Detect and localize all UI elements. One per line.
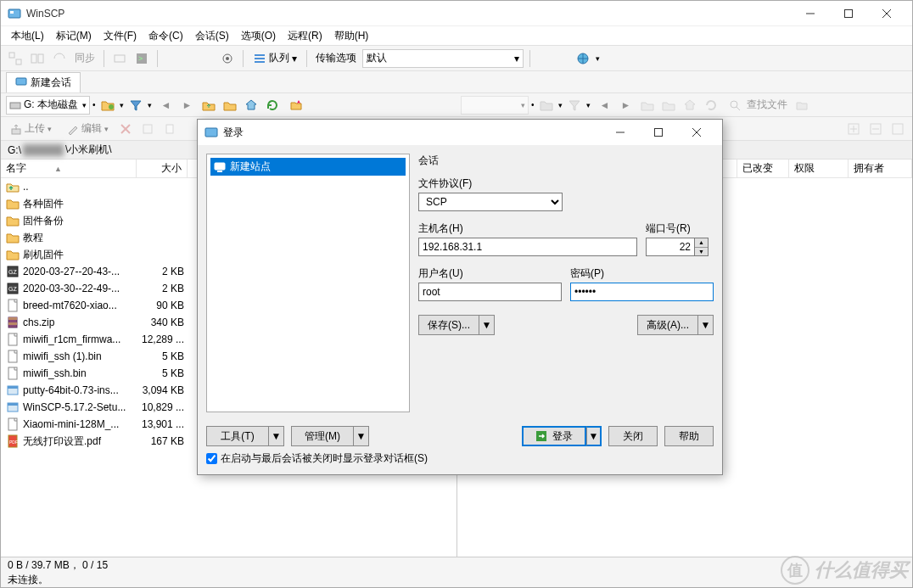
settings-icon[interactable] (218, 49, 237, 68)
menu-remote[interactable]: 远程(R) (283, 27, 328, 45)
pass-input[interactable] (570, 283, 714, 301)
login-button[interactable]: 登录 ▼ (522, 426, 602, 446)
props-icon[interactable] (138, 120, 157, 138)
col-owner-r[interactable]: 拥有者 (849, 160, 912, 177)
menu-help[interactable]: 帮助(H) (329, 27, 374, 45)
status-line1: 0 B / 39.7 MB， 0 / 15 (8, 558, 905, 573)
menu-file[interactable]: 文件(F) (98, 27, 142, 45)
session-panel: 会话 文件协议(F) SCP 主机名(H) 端口号(R) ▲ (418, 154, 714, 412)
new-session-tab[interactable]: 新建会话 (6, 72, 81, 92)
file-name: 无线打印设置.pdf (23, 434, 138, 449)
remote-forward-icon[interactable]: ► (617, 96, 636, 115)
login-maximize-button[interactable] (639, 120, 677, 145)
sync-browse-icon[interactable] (6, 49, 25, 68)
sync-icon[interactable] (50, 49, 69, 68)
svg-rect-58 (215, 163, 225, 170)
remote-bookmark-icon[interactable] (793, 96, 811, 115)
path-redacted: xx (23, 144, 64, 156)
menu-mark[interactable]: 标记(M) (51, 27, 97, 45)
manage-button[interactable]: 管理(M) ▼ (291, 426, 369, 446)
remote-back-icon[interactable]: ◄ (596, 96, 614, 115)
minus-icon[interactable] (866, 120, 885, 138)
port-spin-up[interactable]: ▲ (695, 238, 708, 248)
root-folder-icon[interactable] (221, 96, 239, 115)
transfer-preset-combo[interactable]: 默认▾ (362, 49, 524, 68)
new-icon[interactable] (160, 120, 179, 138)
menu-options[interactable]: 选项(O) (236, 27, 281, 45)
back-icon[interactable]: ◄ (157, 96, 176, 115)
queue-dropdown[interactable]: 队列 ▾ (249, 51, 300, 65)
chevron-down-icon[interactable]: ▼ (586, 426, 602, 446)
file-size: 3,094 KB (138, 384, 189, 396)
col-name[interactable]: 名字 ▲ (1, 160, 137, 177)
globe-icon[interactable] (574, 49, 592, 68)
save-button[interactable]: 保存(S)... ▼ (418, 315, 495, 335)
chevron-down-icon[interactable]: ▼ (269, 426, 284, 446)
login-minimize-button[interactable] (601, 120, 639, 145)
upload-button[interactable]: 上传▾ (6, 120, 56, 137)
plus-icon[interactable] (844, 120, 863, 138)
home-icon[interactable] (242, 96, 260, 115)
remote-open-icon[interactable] (537, 96, 556, 115)
host-input[interactable] (418, 238, 637, 256)
main-toolbar: 同步 > 队列 ▾ 传输选项 默认▾ ▾ (1, 45, 912, 70)
forward-icon[interactable]: ► (178, 96, 197, 115)
svg-rect-20 (10, 103, 20, 109)
help-button[interactable]: 帮助 (664, 426, 714, 446)
delete-icon[interactable] (116, 120, 135, 138)
menu-command[interactable]: 命令(C) (143, 27, 188, 45)
protocol-select[interactable]: SCP (418, 193, 563, 211)
svg-rect-10 (115, 55, 125, 62)
filter-icon[interactable] (126, 96, 145, 115)
show-on-startup-input[interactable] (206, 453, 217, 464)
maximize-button[interactable] (829, 1, 867, 25)
user-input[interactable] (418, 283, 562, 301)
chevron-down-icon[interactable]: ▼ (698, 315, 714, 335)
login-close-button[interactable] (677, 120, 715, 145)
remote-up-icon[interactable] (638, 96, 657, 115)
col-rights-r[interactable]: 权限 (789, 160, 849, 177)
svg-rect-41 (8, 317, 17, 320)
remote-drive-combo[interactable]: ▾ (461, 96, 529, 115)
login-app-icon (204, 126, 218, 139)
port-input[interactable] (646, 238, 695, 256)
file-name: .. (23, 181, 138, 193)
minimize-button[interactable] (791, 1, 829, 25)
chevron-down-icon[interactable]: ▼ (354, 426, 369, 446)
console-icon[interactable]: > (132, 49, 151, 68)
tools-button[interactable]: 工具(T) ▼ (206, 426, 284, 446)
svg-rect-55 (654, 129, 662, 137)
port-spin-down[interactable]: ▼ (695, 248, 708, 256)
transfer-icon[interactable] (110, 49, 129, 68)
local-drive-combo[interactable]: G: 本地磁盘 ▾ (6, 96, 90, 115)
file-name: Xiaomi-mini-128M_... (23, 418, 138, 430)
close-dialog-button[interactable]: 关闭 (608, 426, 658, 446)
list-icon[interactable] (888, 120, 907, 138)
edit-button[interactable]: 编辑▾ (63, 120, 113, 137)
svg-rect-47 (8, 386, 18, 389)
close-button[interactable] (867, 1, 905, 25)
compare-icon[interactable] (28, 49, 47, 68)
up-folder-icon[interactable] (199, 96, 218, 115)
file-size: 167 KB (138, 435, 189, 447)
menu-local[interactable]: 本地(L) (6, 27, 49, 45)
chevron-down-icon[interactable]: ▼ (479, 315, 495, 335)
remote-root-icon[interactable] (659, 96, 678, 115)
bookmark-icon[interactable] (287, 96, 305, 115)
menu-session[interactable]: 会话(S) (190, 27, 234, 45)
new-site-item[interactable]: 新建站点 (210, 158, 406, 176)
find-files-button[interactable] (725, 96, 744, 115)
folder-icon (6, 197, 20, 210)
svg-rect-39 (8, 300, 17, 311)
col-changed-r[interactable]: 已改变 (737, 160, 789, 177)
file-name: 刷机固件 (23, 248, 138, 262)
open-folder-icon[interactable] (98, 96, 117, 115)
col-size[interactable]: 大小 (137, 160, 188, 177)
remote-filter-icon[interactable] (565, 96, 584, 115)
remote-refresh-icon[interactable] (702, 96, 720, 115)
advanced-button[interactable]: 高级(A)... ▼ (637, 315, 714, 335)
show-on-startup-checkbox[interactable]: 在启动与最后会话被关闭时显示登录对话框(S) (206, 451, 714, 466)
refresh-icon[interactable] (263, 96, 282, 115)
sites-panel[interactable]: 新建站点 (206, 154, 410, 412)
remote-home-icon[interactable] (681, 96, 699, 115)
